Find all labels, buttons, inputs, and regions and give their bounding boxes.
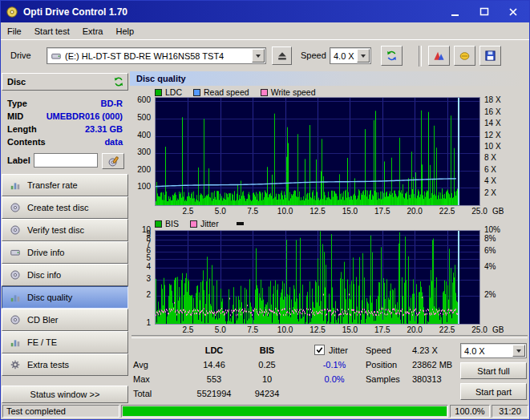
eject-button[interactable] — [272, 46, 292, 65]
speed-stat-value: 4.23 X — [412, 345, 438, 356]
stats-area: LDC BIS Jitter Speed 4.23 X 4.0 X Avg 14… — [130, 337, 529, 403]
disc-icon — [10, 202, 21, 213]
toolbar: Drive (E:) HL-DT-ST BD-RE WH16NS58 TST4 … — [1, 39, 529, 72]
disc-type-label: Type — [7, 99, 27, 108]
write-speed-swatch — [261, 89, 268, 96]
legend-label: LDC — [165, 87, 182, 97]
axis-tick: 12.5 — [307, 208, 328, 216]
ldc-chart — [155, 97, 480, 206]
ldc-legend: LDC Read speed Write speed — [155, 87, 316, 97]
disc-mid-value: UMEBDR016 (000) — [47, 111, 123, 121]
bis-left-axis: 10987654321 — [130, 230, 153, 325]
refresh-speed-button[interactable] — [381, 46, 403, 66]
speed-stat-label: Speed — [366, 345, 391, 356]
menu-help[interactable]: Help — [109, 23, 140, 39]
speed-stat-select[interactable]: 4.0 X — [460, 343, 527, 358]
legend-label: Write speed — [271, 87, 316, 97]
close-button[interactable] — [507, 6, 520, 18]
statusbar: Test completed 100.0% 31:20 — [1, 403, 529, 419]
save-button[interactable] — [479, 46, 501, 66]
sidebar-item-cd-bler[interactable]: CD Bler — [2, 309, 128, 331]
axis-tick: 6% — [484, 247, 496, 255]
sidebar-item-label: Disc info — [27, 270, 61, 280]
legend-label: Jitter — [200, 219, 219, 228]
disc-icon — [10, 224, 21, 236]
progress-fill — [123, 406, 447, 416]
position-stat-label: Position — [366, 360, 397, 370]
total-row-label: Total — [133, 389, 152, 399]
sidebar-item-transfer-rate[interactable]: Transfer rate — [2, 174, 128, 196]
axis-tick: 600 — [137, 96, 151, 104]
axis-tick: 5.0 — [210, 208, 231, 216]
elapsed-time: 31:20 — [492, 405, 528, 418]
ldc-right-axis: 18 X16 X14 X12 X10 X8 X6 X4 X2 X — [482, 97, 527, 206]
disc-header-label: Disc — [7, 77, 26, 87]
disc-mid-label: MID — [7, 111, 23, 121]
disc-contents-value[interactable]: data — [104, 137, 123, 147]
axis-tick: 100 — [137, 183, 151, 191]
start-part-label: Start part — [475, 387, 512, 397]
axis-tick: 18 X — [484, 96, 501, 104]
sidebar-item-create-test-disc[interactable]: Create test disc — [2, 196, 128, 219]
menu-extra[interactable]: Extra — [76, 23, 110, 39]
check-icon — [315, 345, 324, 354]
sidebar-item-verify-test-disc[interactable]: Verify test disc — [2, 219, 128, 241]
label-input[interactable] — [34, 153, 98, 168]
drive-select-arrow[interactable] — [252, 49, 265, 63]
axis-tick: 14 X — [484, 119, 501, 127]
colors-button[interactable] — [428, 46, 450, 66]
status-window-label: Status window >> — [30, 390, 100, 399]
titlebar: Opti Drive Control 1.70 — [1, 1, 529, 22]
window-controls — [449, 6, 520, 18]
axis-tick: 300 — [137, 148, 151, 156]
legend-item: BIS — [155, 219, 179, 228]
disc-length-value: 23.31 GB — [85, 124, 123, 134]
maximize-button[interactable] — [478, 6, 491, 18]
speed-select[interactable]: 4.0 X — [330, 47, 371, 64]
legend-item: LDC — [155, 87, 182, 97]
sidebar-item-fe-te[interactable]: FE / TE — [2, 331, 128, 353]
legend-marker — [237, 222, 244, 225]
sidebar-item-label: Verify test disc — [27, 225, 84, 235]
speed-stat-select-arrow[interactable] — [512, 345, 525, 357]
jitter-checkbox-label[interactable]: Jitter — [329, 345, 348, 356]
edit-label-button[interactable] — [102, 153, 124, 169]
sidebar-item-disc-quality[interactable]: Disc quality — [2, 286, 128, 309]
window-title: Opti Drive Control 1.70 — [23, 6, 449, 18]
status-window-button[interactable]: Status window >> — [2, 386, 128, 403]
avg-jitter-value: -0.1% — [308, 360, 361, 370]
speed-select-arrow[interactable] — [357, 49, 370, 63]
menu-start-test[interactable]: Start test — [28, 23, 76, 39]
menu-file[interactable]: File — [1, 23, 28, 39]
refresh-icon — [113, 76, 124, 87]
avg-ldc-value: 14.46 — [188, 360, 241, 370]
refresh-disc-button[interactable] — [113, 76, 124, 87]
start-part-button[interactable]: Start part — [460, 383, 527, 400]
label-row: Label — [2, 153, 128, 171]
axis-tick: 7.5 — [242, 326, 263, 334]
start-full-label: Start full — [477, 366, 509, 376]
jitter-checkbox[interactable] — [314, 345, 325, 355]
axis-tick: 2% — [484, 291, 496, 299]
sidebar-item-extra-tests[interactable]: Extra tests — [2, 353, 128, 376]
sidebar-item-label: Create test disc — [27, 203, 88, 212]
axis-tick: 5.0 — [210, 326, 231, 334]
axis-tick: 10.0 — [275, 208, 296, 216]
chart-icon — [10, 180, 21, 191]
donate-button[interactable] — [454, 46, 475, 66]
axis-tick: 400 — [137, 131, 151, 139]
sidebar-item-label: CD Bler — [27, 315, 59, 325]
axis-tick: 5 — [146, 254, 151, 262]
label-caption: Label — [7, 155, 30, 165]
axis-tick: 200 — [137, 166, 151, 174]
avg-bis-value: 0.25 — [241, 360, 293, 370]
avg-row-label: Avg — [133, 360, 148, 370]
axis-tick: 2.5 — [177, 208, 198, 216]
legend-label: Read speed — [204, 87, 249, 97]
drive-select[interactable]: (E:) HL-DT-ST BD-RE WH16NS58 TST4 — [47, 47, 266, 64]
start-full-button[interactable]: Start full — [460, 362, 527, 379]
axis-tick: 7.5 — [242, 208, 263, 216]
sidebar-item-disc-info[interactable]: Disc info — [2, 264, 128, 286]
sidebar-item-drive-info[interactable]: Drive info — [2, 241, 128, 264]
minimize-button[interactable] — [449, 6, 462, 18]
